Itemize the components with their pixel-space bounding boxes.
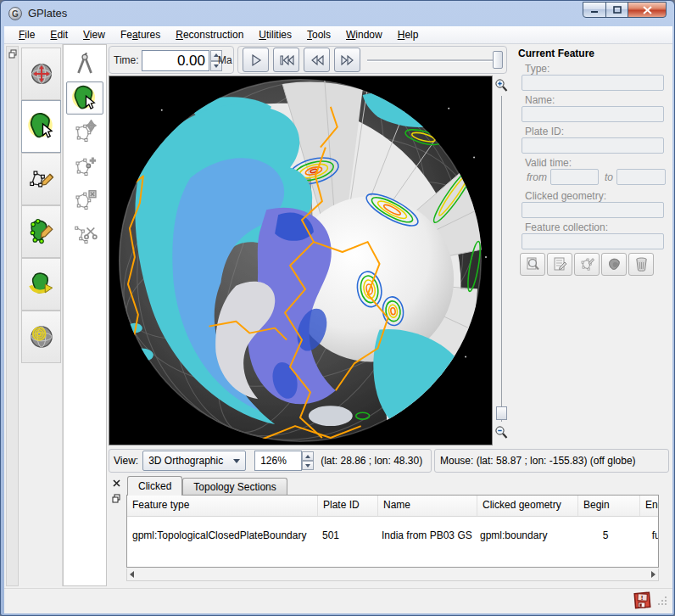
step-forward-button[interactable] bbox=[334, 48, 360, 72]
column-header[interactable]: Name bbox=[378, 496, 477, 516]
move-vertex-tool[interactable] bbox=[66, 115, 103, 148]
titlebar[interactable]: G GPlates bbox=[1, 1, 675, 26]
unsaved-changes-indicator[interactable]: ! bbox=[633, 591, 652, 613]
type-field[interactable] bbox=[522, 75, 664, 91]
time-input[interactable]: 0.00 bbox=[142, 50, 209, 71]
move-pole-icon bbox=[27, 270, 56, 299]
menubar: FileEditViewFeaturesReconstructionUtilit… bbox=[4, 26, 672, 44]
small-circle-tool[interactable] bbox=[21, 311, 61, 363]
view-label: View: bbox=[114, 455, 138, 467]
globe-canvas[interactable] bbox=[109, 76, 493, 445]
float-dock-icon bbox=[8, 49, 18, 59]
dock-close-button[interactable] bbox=[111, 478, 122, 489]
tab-topology-sections[interactable]: Topology Sections bbox=[182, 478, 287, 496]
zoom-spinner[interactable] bbox=[302, 451, 314, 470]
edit-geometry-button[interactable] bbox=[574, 253, 600, 276]
menu-file[interactable]: File bbox=[11, 27, 42, 42]
split-feature-icon bbox=[72, 221, 98, 247]
digitise-tool[interactable] bbox=[21, 153, 61, 205]
resize-grip[interactable] bbox=[657, 596, 667, 608]
step-back-button[interactable] bbox=[304, 48, 330, 72]
menu-reconstruction[interactable]: Reconstruction bbox=[168, 27, 251, 42]
close-icon bbox=[113, 479, 120, 487]
spin-down-icon bbox=[302, 461, 314, 470]
menu-help[interactable]: Help bbox=[390, 27, 427, 42]
clicked-geometry-field[interactable] bbox=[522, 202, 664, 218]
column-header[interactable]: Begin bbox=[578, 496, 640, 516]
split-feature-tool[interactable] bbox=[66, 217, 103, 250]
edit-feature-button[interactable] bbox=[547, 253, 572, 276]
zoom-slider-track[interactable] bbox=[501, 96, 502, 422]
tab-clicked[interactable]: Clicked bbox=[127, 476, 182, 496]
plate-id-label: Plate ID: bbox=[525, 126, 564, 137]
clicked-geometry-label: Clicked geometry: bbox=[525, 190, 606, 202]
svg-text:!: ! bbox=[641, 594, 644, 602]
panel-title: Current Feature bbox=[518, 48, 594, 59]
palette-dock-handle[interactable] bbox=[6, 46, 19, 586]
build-topology-tool[interactable] bbox=[21, 205, 61, 258]
time-label: Time: bbox=[114, 54, 139, 66]
clicked-feature-table: Feature typePlate IDNameClicked geometry… bbox=[126, 495, 659, 568]
choose-feature-icon bbox=[26, 111, 57, 142]
column-header[interactable]: Plate ID bbox=[318, 496, 378, 516]
name-field[interactable] bbox=[522, 106, 664, 122]
drag-globe-tool[interactable] bbox=[21, 48, 61, 100]
query-feature-button[interactable] bbox=[520, 253, 545, 276]
delete-feature-button[interactable] bbox=[628, 253, 654, 276]
float-dock-icon bbox=[112, 494, 121, 503]
menu-utilities[interactable]: Utilities bbox=[251, 27, 299, 42]
delete-vertex-tool[interactable] bbox=[66, 183, 103, 216]
time-value: 0.00 bbox=[177, 53, 205, 70]
from-field[interactable] bbox=[550, 169, 599, 185]
time-slider-track[interactable] bbox=[367, 59, 496, 62]
mouse-coordinates: Mouse: (lat: 58.87 ; lon: -155.83) (off … bbox=[440, 455, 636, 467]
minimize-icon bbox=[590, 6, 599, 14]
menu-view[interactable]: View bbox=[75, 27, 113, 42]
menu-features[interactable]: Features bbox=[113, 27, 168, 42]
click-geometry-tool[interactable] bbox=[66, 81, 103, 115]
column-header[interactable]: Clicked geometry bbox=[477, 496, 578, 516]
plate-id-field[interactable] bbox=[522, 137, 664, 154]
gplates-window: G GPlates FileEditViewFeaturesReconstruc… bbox=[0, 0, 675, 616]
table-cell: 501 bbox=[317, 529, 377, 541]
menu-window[interactable]: Window bbox=[338, 27, 390, 42]
column-header[interactable]: Feature type bbox=[127, 496, 318, 516]
window-title: GPlates bbox=[28, 7, 67, 20]
digitise-icon bbox=[27, 165, 56, 193]
zoom-out-button[interactable] bbox=[494, 425, 508, 442]
close-button[interactable] bbox=[628, 2, 667, 18]
name-label: Name: bbox=[525, 94, 555, 106]
to-field[interactable] bbox=[616, 169, 666, 185]
step-forward-icon bbox=[340, 53, 355, 67]
choose-feature-tool[interactable] bbox=[21, 100, 61, 153]
move-pole-tool[interactable] bbox=[21, 258, 61, 311]
projection-dropdown[interactable]: 3D Orthographic bbox=[142, 451, 246, 471]
edit-feature-icon bbox=[552, 256, 568, 272]
insert-vertex-tool[interactable] bbox=[66, 149, 103, 182]
table-horizontal-scrollbar[interactable] bbox=[126, 568, 659, 581]
playback-group bbox=[237, 46, 507, 74]
menu-tools[interactable]: Tools bbox=[299, 27, 338, 42]
column-header[interactable]: End bbox=[640, 496, 659, 516]
menu-edit[interactable]: Edit bbox=[42, 27, 75, 42]
edit-geometry-icon bbox=[579, 256, 595, 272]
statusbar: ! bbox=[4, 588, 672, 613]
close-icon bbox=[643, 6, 652, 14]
time-unit: Ma bbox=[218, 54, 232, 66]
feature-collection-field[interactable] bbox=[522, 233, 664, 249]
clone-geometry-button[interactable] bbox=[601, 253, 627, 276]
measure-distance-tool[interactable] bbox=[66, 48, 103, 81]
play-button[interactable] bbox=[243, 48, 269, 72]
zoom-in-button[interactable] bbox=[494, 78, 508, 95]
zoom-percent-input[interactable]: 126% bbox=[254, 451, 302, 471]
zoom-slider-handle[interactable] bbox=[496, 406, 507, 420]
table-row[interactable]: gpml:TopologicalClosedPlateBoundary501In… bbox=[127, 524, 658, 547]
camera-coordinates: (lat: 28.86 ; lon: 48.30) bbox=[321, 455, 422, 467]
minimize-button[interactable] bbox=[583, 2, 606, 18]
dock-float-button[interactable] bbox=[111, 493, 122, 504]
table-header: Feature typePlate IDNameClicked geometry… bbox=[127, 496, 658, 517]
seek-start-button[interactable] bbox=[273, 48, 299, 72]
from-label: from bbox=[527, 171, 547, 183]
time-slider-handle[interactable] bbox=[493, 51, 503, 69]
maximize-button[interactable] bbox=[605, 2, 628, 18]
